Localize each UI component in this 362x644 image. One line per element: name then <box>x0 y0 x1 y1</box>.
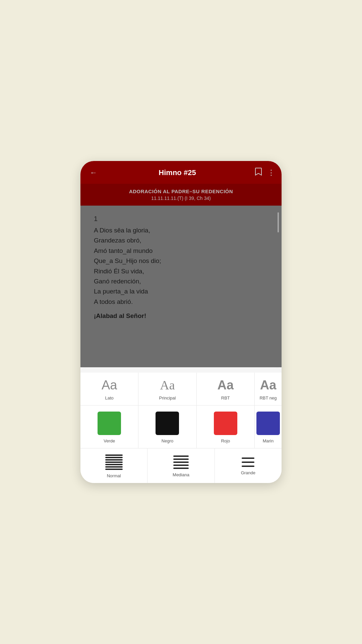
rojo-swatch <box>214 412 237 435</box>
verse-line-4: Que_a Su_Hijo nos dio; <box>94 256 268 266</box>
phone-container: ← Himno #25 ⋮ ADORACIÓN AL PADRE–SU REDE… <box>80 161 282 483</box>
normal-label: Normal <box>107 473 121 478</box>
hymn-title: ADORACIÓN AL PADRE–SU REDENCIÓN <box>87 189 275 194</box>
scrollbar[interactable] <box>278 212 279 232</box>
more-options-icon[interactable]: ⋮ <box>267 168 275 177</box>
verde-swatch <box>98 412 121 435</box>
font-row: Aa Lato Aa Principal Aa RBT Aa RBT neg <box>80 373 282 406</box>
page-title: Himno #25 <box>100 168 255 177</box>
color-option-negro[interactable]: Negro <box>138 406 196 448</box>
font-rbt-display: Aa <box>218 379 234 391</box>
bookmark-icon[interactable] <box>255 167 262 178</box>
chorus-line: ¡Alabad al Señor! <box>94 312 268 320</box>
marin-label: Marin <box>263 438 274 443</box>
font-option-lato[interactable]: Aa Lato <box>80 373 138 405</box>
font-lato-label: Lato <box>105 395 114 400</box>
color-option-verde[interactable]: Verde <box>80 406 138 448</box>
font-lato-display: Aa <box>102 379 117 391</box>
negro-swatch <box>156 412 179 435</box>
medium-lines-icon <box>173 455 189 469</box>
color-row: Verde Negro Rojo Marin <box>80 406 282 448</box>
hymn-content: 1 A Dios sêa la gloria, Grandezas obró,… <box>80 206 282 367</box>
hymn-subtitle: 11.11.11.11.(T) (I 39, Ch 34) <box>87 196 275 201</box>
marin-swatch <box>256 412 280 435</box>
font-rbt-neg-label: RBT neg <box>259 395 277 400</box>
size-row: Normal Mediana Grande <box>80 448 282 483</box>
size-option-normal[interactable]: Normal <box>80 448 147 483</box>
size-option-mediana[interactable]: Mediana <box>147 448 215 483</box>
font-option-rbt[interactable]: Aa RBT <box>197 373 255 405</box>
font-option-rbt-neg[interactable]: Aa RBT neg <box>255 373 282 405</box>
verse-line-3: Amó tanto_al mundo <box>94 246 268 256</box>
font-rbt-label: RBT <box>221 395 230 400</box>
verse-line-7: La puerta_a la vida <box>94 286 268 297</box>
font-principal-display: Aa <box>160 379 175 391</box>
large-lines-icon <box>242 458 254 467</box>
normal-lines-icon <box>105 454 123 470</box>
verse-line-8: A todos abrió. <box>94 297 268 307</box>
verse-line-5: Rindió Él Su vida, <box>94 266 268 276</box>
header-actions: ⋮ <box>255 167 275 178</box>
color-option-rojo[interactable]: Rojo <box>197 406 255 448</box>
verse-number: 1 <box>94 215 268 223</box>
hymn-info-bar: ADORACIÓN AL PADRE–SU REDENCIÓN 11.11.11… <box>80 184 282 206</box>
font-rbt-neg-display: Aa <box>260 379 277 391</box>
mediana-label: Mediana <box>173 472 189 477</box>
verse-line-1: A Dios sêa la gloria, <box>94 225 268 235</box>
size-option-grande[interactable]: Grande <box>215 448 282 483</box>
grande-label: Grande <box>241 470 255 475</box>
verde-label: Verde <box>104 438 115 443</box>
negro-label: Negro <box>162 438 173 443</box>
font-option-principal[interactable]: Aa Principal <box>138 373 196 405</box>
color-option-marin[interactable]: Marin <box>255 406 282 448</box>
back-button[interactable]: ← <box>87 167 100 178</box>
verse-line-6: Ganó redención, <box>94 276 268 286</box>
verse-line-2: Grandezas obró, <box>94 235 268 246</box>
font-principal-label: Principal <box>159 395 176 400</box>
header-left: ← <box>87 167 100 178</box>
app-header: ← Himno #25 ⋮ <box>80 161 282 184</box>
bottom-sheet: Aa Lato Aa Principal Aa RBT Aa RBT neg V… <box>80 367 282 483</box>
rojo-label: Rojo <box>221 438 230 443</box>
